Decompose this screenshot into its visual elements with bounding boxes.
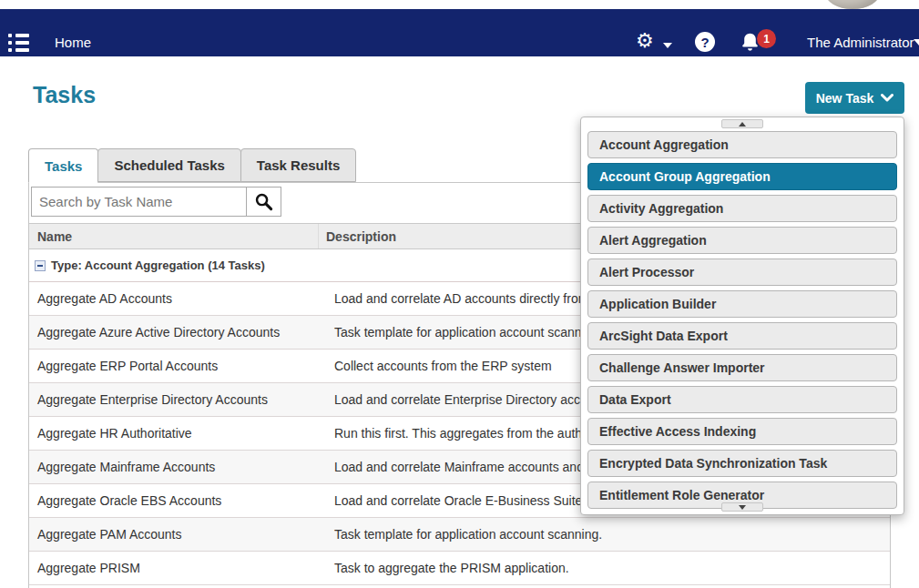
table-row[interactable]: Aggregate PAM Accounts Task template for… [29, 518, 890, 552]
task-description: Task to aggregate the PRISM application. [326, 561, 890, 575]
tab-bar: Tasks Scheduled Tasks Task Results [28, 148, 355, 183]
dropdown-item[interactable]: Activity Aggregation [587, 195, 897, 222]
dropdown-item[interactable]: Encrypted Data Synchronization Task [587, 450, 897, 477]
task-name: Aggregate Enterprise Directory Accounts [29, 392, 326, 407]
triangle-down-icon [739, 505, 746, 510]
search-row [31, 187, 281, 217]
chevron-down-icon [881, 94, 893, 102]
task-name: Aggregate Mainframe Accounts [29, 460, 326, 474]
new-task-dropdown: Account Aggregation Account Group Aggreg… [580, 117, 904, 515]
cursor-artifact [825, 0, 880, 9]
dropdown-item[interactable]: ArcSight Data Export [587, 322, 897, 350]
task-name: Aggregate PAM Accounts [29, 527, 326, 542]
tab-task-results[interactable]: Task Results [240, 148, 356, 182]
dropdown-item[interactable]: Alert Processor [587, 259, 897, 286]
settings-caret-icon[interactable] [663, 43, 672, 48]
table-row[interactable]: Aggregate PRISM Task to aggregate the PR… [29, 552, 890, 585]
dropdown-item-list: Account Aggregation Account Group Aggreg… [587, 131, 897, 509]
new-task-label: New Task [816, 91, 874, 106]
dropdown-item[interactable]: Effective Access Indexing [587, 418, 897, 445]
tab-tasks[interactable]: Tasks [28, 148, 98, 183]
nav-home-link[interactable]: Home [55, 35, 91, 50]
dropdown-item-selected[interactable]: Account Group Aggregation [587, 163, 897, 190]
task-name: Aggregate AD Accounts [29, 291, 326, 306]
user-caret-icon[interactable] [914, 39, 919, 46]
settings-gear-icon[interactable]: ⚙ [636, 29, 654, 53]
task-name: Aggregate HR Authoritative [29, 426, 326, 441]
dropdown-item[interactable]: Data Export [587, 386, 897, 413]
dropdown-item[interactable]: Application Builder [587, 290, 897, 318]
page-title: Tasks [33, 82, 96, 108]
notification-count-badge: 1 [757, 29, 776, 48]
task-name: Aggregate Oracle EBS Accounts [29, 493, 326, 508]
menu-icon[interactable] [8, 34, 30, 52]
dropdown-item[interactable]: Challenge Answer Importer [587, 354, 897, 381]
collapse-minus-icon[interactable] [35, 260, 46, 271]
group-header-label: Type: Account Aggregation (14 Tasks) [51, 259, 265, 272]
task-name: Aggregate ERP Portal Accounts [29, 359, 326, 373]
task-name: Aggregate PRISM [29, 561, 326, 575]
scroll-up-button[interactable] [721, 119, 763, 128]
triangle-up-icon [739, 122, 746, 127]
search-input[interactable] [31, 187, 247, 217]
magnifier-icon [254, 192, 273, 211]
column-header-name[interactable]: Name [29, 229, 318, 244]
new-task-button[interactable]: New Task [805, 82, 904, 114]
search-button[interactable] [247, 187, 281, 217]
dropdown-item[interactable]: Account Aggregation [587, 131, 897, 158]
task-description: Task template for application account sc… [326, 527, 890, 542]
scroll-down-button[interactable] [721, 502, 763, 512]
top-navbar: Home ⚙ ? 1 The Administrator [0, 9, 919, 56]
help-icon[interactable]: ? [695, 32, 715, 52]
user-menu[interactable]: The Administrator [807, 35, 914, 50]
dropdown-item[interactable]: Alert Aggregation [587, 227, 897, 254]
column-header-description[interactable]: Description [319, 229, 396, 244]
task-name: Aggregate Azure Active Directory Account… [29, 325, 326, 340]
tab-scheduled-tasks[interactable]: Scheduled Tasks [97, 148, 240, 182]
